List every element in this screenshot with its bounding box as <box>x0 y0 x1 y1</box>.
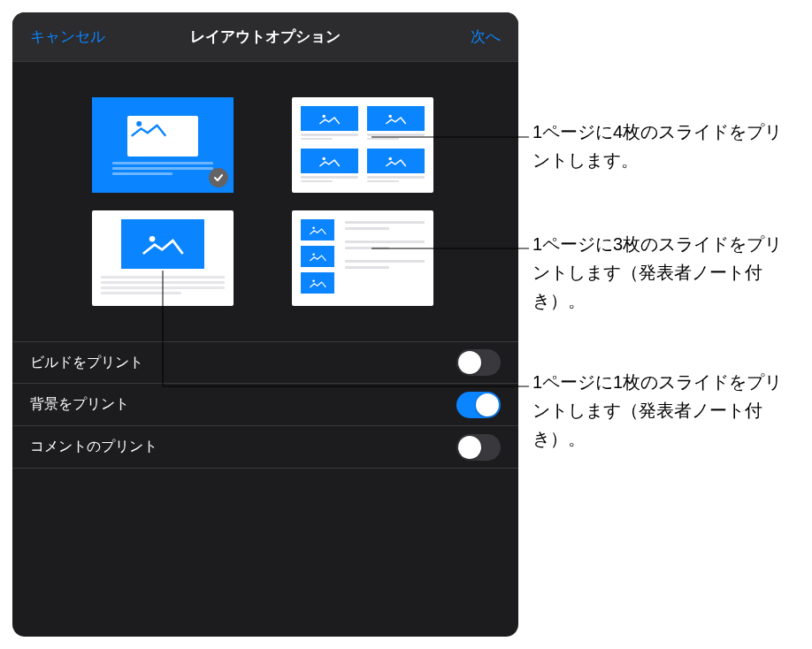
print-background-label: 背景をプリント <box>30 395 129 414</box>
print-background-toggle[interactable] <box>456 392 501 418</box>
checkmark-icon <box>209 168 228 187</box>
layout-four-up[interactable] <box>292 97 433 193</box>
svg-point-4 <box>388 157 391 159</box>
print-builds-row: ビルドをプリント <box>12 341 518 384</box>
print-builds-toggle[interactable] <box>456 349 501 376</box>
panel-title: レイアウトオプション <box>190 27 341 47</box>
cancel-button[interactable]: キャンセル <box>30 27 105 47</box>
print-background-row: 背景をプリント <box>12 384 518 426</box>
svg-point-8 <box>312 279 315 282</box>
layout-options-panel: キャンセル レイアウトオプション 次へ <box>12 12 518 637</box>
print-settings: ビルドをプリント 背景をプリント コメントのプリント <box>12 341 518 469</box>
svg-point-0 <box>136 120 142 126</box>
print-builds-label: ビルドをプリント <box>30 354 143 372</box>
callout-three-with-notes: 1ページに3枚のスライドをプリントします（発表者ノート付き）。 <box>532 230 798 315</box>
svg-point-1 <box>322 114 325 117</box>
print-comments-label: コメントのプリント <box>30 438 157 456</box>
print-comments-row: コメントのプリント <box>12 426 518 469</box>
next-button[interactable]: 次へ <box>471 27 501 47</box>
layout-three-with-notes[interactable] <box>292 210 433 306</box>
callout-four-up: 1ページに4枚のスライドをプリントします。 <box>532 118 798 174</box>
svg-point-7 <box>312 253 315 256</box>
print-comments-toggle[interactable] <box>456 434 501 461</box>
layout-single-slide[interactable] <box>92 97 234 193</box>
svg-point-5 <box>149 236 156 242</box>
svg-point-3 <box>322 157 325 159</box>
layout-grid <box>12 62 518 331</box>
layout-one-with-notes[interactable] <box>92 210 234 306</box>
svg-point-6 <box>312 226 315 229</box>
annotation-layer: 1ページに4枚のスライドをプリントします。 1ページに3枚のスライドをプリントし… <box>532 0 798 649</box>
callout-one-with-notes: 1ページに1枚のスライドをプリントします（発表者ノート付き）。 <box>532 368 798 453</box>
svg-point-2 <box>388 114 391 117</box>
header-bar: キャンセル レイアウトオプション 次へ <box>12 12 518 62</box>
